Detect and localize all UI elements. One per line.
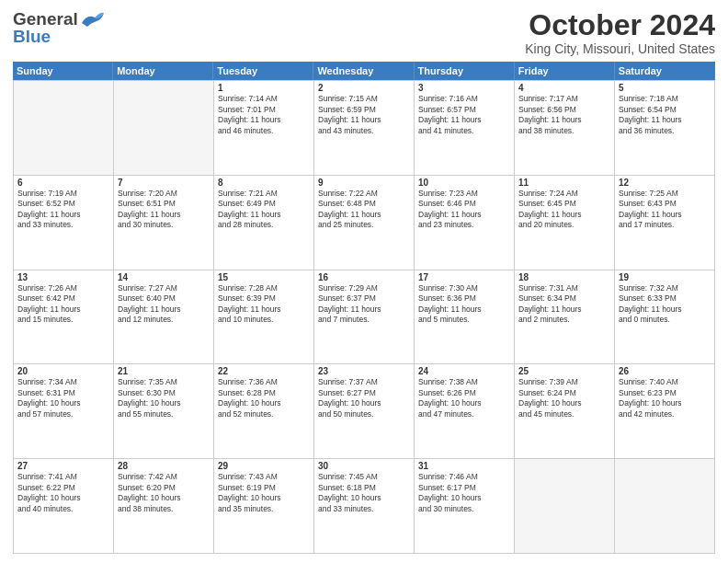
day-number: 28	[118, 461, 210, 471]
cal-header-day: Friday	[515, 62, 615, 80]
calendar-row: 20Sunrise: 7:34 AM Sunset: 6:31 PM Dayli…	[14, 364, 715, 459]
day-number: 8	[218, 178, 310, 188]
calendar-cell: 19Sunrise: 7:32 AM Sunset: 6:33 PM Dayli…	[615, 270, 715, 365]
cell-info: Sunrise: 7:23 AM Sunset: 6:46 PM Dayligh…	[418, 189, 510, 231]
calendar-cell: 29Sunrise: 7:43 AM Sunset: 6:19 PM Dayli…	[214, 459, 314, 554]
calendar-cell: 5Sunrise: 7:18 AM Sunset: 6:54 PM Daylig…	[615, 81, 715, 176]
day-number: 5	[619, 83, 711, 93]
cell-info: Sunrise: 7:15 AM Sunset: 6:59 PM Dayligh…	[318, 94, 410, 136]
day-number: 10	[418, 178, 510, 188]
cell-info: Sunrise: 7:31 AM Sunset: 6:34 PM Dayligh…	[518, 283, 610, 326]
calendar-cell	[615, 459, 715, 554]
calendar-cell: 12Sunrise: 7:25 AM Sunset: 6:43 PM Dayli…	[615, 176, 715, 270]
calendar-row: 6Sunrise: 7:19 AM Sunset: 6:52 PM Daylig…	[14, 176, 715, 270]
cell-info: Sunrise: 7:45 AM Sunset: 6:18 PM Dayligh…	[318, 472, 410, 514]
cal-header-day: Monday	[113, 62, 213, 80]
calendar-cell: 1Sunrise: 7:14 AM Sunset: 7:01 PM Daylig…	[214, 81, 314, 176]
calendar-cell: 27Sunrise: 7:41 AM Sunset: 6:22 PM Dayli…	[14, 459, 114, 554]
day-number: 31	[418, 461, 510, 471]
calendar-body: 1Sunrise: 7:14 AM Sunset: 7:01 PM Daylig…	[13, 80, 715, 554]
day-number: 24	[418, 366, 510, 376]
cell-info: Sunrise: 7:46 AM Sunset: 6:17 PM Dayligh…	[418, 472, 510, 514]
calendar-cell: 31Sunrise: 7:46 AM Sunset: 6:17 PM Dayli…	[415, 459, 515, 554]
day-number: 22	[218, 366, 310, 376]
title-section: October 2024 King City, Missouri, United…	[525, 9, 715, 56]
calendar-cell: 25Sunrise: 7:39 AM Sunset: 6:24 PM Dayli…	[515, 364, 615, 459]
day-number: 30	[318, 461, 410, 471]
calendar-cell: 2Sunrise: 7:15 AM Sunset: 6:59 PM Daylig…	[314, 81, 415, 176]
calendar-cell: 6Sunrise: 7:19 AM Sunset: 6:52 PM Daylig…	[14, 176, 114, 270]
cell-info: Sunrise: 7:36 AM Sunset: 6:28 PM Dayligh…	[218, 377, 310, 419]
cell-info: Sunrise: 7:28 AM Sunset: 6:39 PM Dayligh…	[218, 283, 310, 326]
cell-info: Sunrise: 7:20 AM Sunset: 6:51 PM Dayligh…	[118, 189, 210, 231]
calendar-header: SundayMondayTuesdayWednesdayThursdayFrid…	[13, 62, 715, 80]
cell-info: Sunrise: 7:19 AM Sunset: 6:52 PM Dayligh…	[17, 189, 109, 231]
cell-info: Sunrise: 7:29 AM Sunset: 6:37 PM Dayligh…	[318, 283, 410, 326]
cell-info: Sunrise: 7:26 AM Sunset: 6:42 PM Dayligh…	[17, 283, 109, 326]
calendar-cell: 22Sunrise: 7:36 AM Sunset: 6:28 PM Dayli…	[214, 364, 314, 459]
calendar-cell	[114, 81, 214, 176]
calendar-cell: 23Sunrise: 7:37 AM Sunset: 6:27 PM Dayli…	[314, 364, 415, 459]
calendar-cell: 15Sunrise: 7:28 AM Sunset: 6:39 PM Dayli…	[214, 270, 314, 365]
day-number: 26	[619, 366, 711, 376]
calendar-row: 1Sunrise: 7:14 AM Sunset: 7:01 PM Daylig…	[14, 81, 715, 176]
cell-info: Sunrise: 7:35 AM Sunset: 6:30 PM Dayligh…	[118, 377, 210, 419]
cell-info: Sunrise: 7:14 AM Sunset: 7:01 PM Dayligh…	[218, 94, 310, 136]
logo-bird-icon	[80, 10, 106, 29]
day-number: 18	[518, 272, 610, 282]
day-number: 6	[17, 178, 109, 188]
day-number: 14	[118, 272, 210, 282]
day-number: 12	[619, 178, 711, 188]
day-number: 19	[619, 272, 711, 282]
cell-info: Sunrise: 7:22 AM Sunset: 6:48 PM Dayligh…	[318, 189, 410, 231]
calendar-cell: 4Sunrise: 7:17 AM Sunset: 6:56 PM Daylig…	[515, 81, 615, 176]
calendar-cell: 11Sunrise: 7:24 AM Sunset: 6:45 PM Dayli…	[515, 176, 615, 270]
cell-info: Sunrise: 7:42 AM Sunset: 6:20 PM Dayligh…	[118, 472, 210, 514]
calendar-cell	[515, 459, 615, 554]
calendar-cell: 10Sunrise: 7:23 AM Sunset: 6:46 PM Dayli…	[415, 176, 515, 270]
calendar-cell: 13Sunrise: 7:26 AM Sunset: 6:42 PM Dayli…	[14, 270, 114, 365]
day-number: 20	[17, 366, 109, 376]
calendar-cell: 20Sunrise: 7:34 AM Sunset: 6:31 PM Dayli…	[14, 364, 114, 459]
calendar-cell: 21Sunrise: 7:35 AM Sunset: 6:30 PM Dayli…	[114, 364, 214, 459]
calendar-row: 13Sunrise: 7:26 AM Sunset: 6:42 PM Dayli…	[14, 270, 715, 365]
cell-info: Sunrise: 7:41 AM Sunset: 6:22 PM Dayligh…	[17, 472, 109, 514]
cell-info: Sunrise: 7:24 AM Sunset: 6:45 PM Dayligh…	[518, 189, 610, 231]
cell-info: Sunrise: 7:40 AM Sunset: 6:23 PM Dayligh…	[619, 377, 711, 419]
calendar-cell: 18Sunrise: 7:31 AM Sunset: 6:34 PM Dayli…	[515, 270, 615, 365]
day-number: 4	[518, 83, 610, 93]
cell-info: Sunrise: 7:43 AM Sunset: 6:19 PM Dayligh…	[218, 472, 310, 514]
day-number: 13	[17, 272, 109, 282]
calendar-cell: 28Sunrise: 7:42 AM Sunset: 6:20 PM Dayli…	[114, 459, 214, 554]
cell-info: Sunrise: 7:38 AM Sunset: 6:26 PM Dayligh…	[418, 377, 510, 419]
day-number: 27	[17, 461, 109, 471]
logo: General Blue	[13, 9, 106, 45]
logo-blue: Blue	[13, 28, 51, 45]
cell-info: Sunrise: 7:16 AM Sunset: 6:57 PM Dayligh…	[418, 94, 510, 136]
calendar-row: 27Sunrise: 7:41 AM Sunset: 6:22 PM Dayli…	[14, 459, 715, 554]
day-number: 9	[318, 178, 410, 188]
day-number: 16	[318, 272, 410, 282]
day-number: 25	[518, 366, 610, 376]
calendar-cell: 26Sunrise: 7:40 AM Sunset: 6:23 PM Dayli…	[615, 364, 715, 459]
location: King City, Missouri, United States	[525, 41, 715, 56]
cell-info: Sunrise: 7:39 AM Sunset: 6:24 PM Dayligh…	[518, 377, 610, 419]
cell-info: Sunrise: 7:32 AM Sunset: 6:33 PM Dayligh…	[619, 283, 711, 326]
cal-header-day: Thursday	[415, 62, 515, 80]
cal-header-day: Tuesday	[213, 62, 313, 80]
day-number: 11	[518, 178, 610, 188]
calendar-cell: 16Sunrise: 7:29 AM Sunset: 6:37 PM Dayli…	[314, 270, 415, 365]
calendar-cell: 14Sunrise: 7:27 AM Sunset: 6:40 PM Dayli…	[114, 270, 214, 365]
cal-header-day: Sunday	[13, 62, 113, 80]
calendar-cell: 30Sunrise: 7:45 AM Sunset: 6:18 PM Dayli…	[314, 459, 415, 554]
calendar-cell: 7Sunrise: 7:20 AM Sunset: 6:51 PM Daylig…	[114, 176, 214, 270]
day-number: 3	[418, 83, 510, 93]
day-number: 29	[218, 461, 310, 471]
day-number: 7	[118, 178, 210, 188]
day-number: 17	[418, 272, 510, 282]
cell-info: Sunrise: 7:18 AM Sunset: 6:54 PM Dayligh…	[619, 94, 711, 136]
cal-header-day: Wednesday	[313, 62, 414, 80]
cell-info: Sunrise: 7:17 AM Sunset: 6:56 PM Dayligh…	[518, 94, 610, 136]
cell-info: Sunrise: 7:30 AM Sunset: 6:36 PM Dayligh…	[418, 283, 510, 326]
cell-info: Sunrise: 7:27 AM Sunset: 6:40 PM Dayligh…	[118, 283, 210, 326]
